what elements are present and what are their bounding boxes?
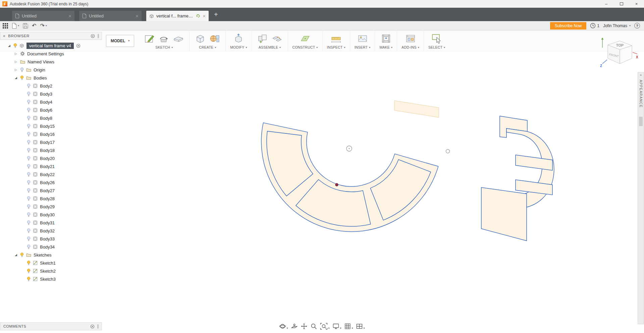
expanded-triangle-icon[interactable]: ◢: [14, 253, 18, 257]
panel-drag-handle[interactable]: [98, 34, 99, 38]
close-button[interactable]: ×: [629, 0, 644, 8]
tree-body-row[interactable]: Body26: [0, 178, 102, 186]
expanded-triangle-icon[interactable]: ◢: [7, 44, 11, 47]
browser-root-row[interactable]: ◢vertical farm frame v4: [0, 42, 102, 50]
circle-mark[interactable]: [446, 150, 450, 153]
tree-body-row[interactable]: Body8: [0, 114, 102, 122]
undo-icon: ↶: [32, 23, 36, 29]
body-icon: [33, 236, 38, 241]
tree-body-row[interactable]: Body27: [0, 186, 102, 195]
zoom-button[interactable]: [310, 323, 317, 330]
tree-item-label: Sketch1: [40, 261, 56, 266]
pan-button[interactable]: [301, 323, 307, 330]
tree-sketch-row[interactable]: Sketch3: [0, 275, 102, 283]
tree-body-row[interactable]: Body3: [0, 90, 102, 98]
tree-body-row[interactable]: Body6: [0, 106, 102, 114]
undo-button[interactable]: ↶: [32, 23, 36, 29]
center-mark-dot[interactable]: [348, 148, 350, 149]
tree-body-row[interactable]: Body30: [0, 211, 102, 219]
tree-sketch-row[interactable]: Sketch1: [0, 259, 102, 267]
tree-body-row[interactable]: Body22: [0, 170, 102, 178]
tree-body-row[interactable]: Body15: [0, 122, 102, 130]
body-icon: [33, 228, 38, 233]
tree-folder-row[interactable]: ◢Bodies: [0, 74, 102, 82]
tree-body-row[interactable]: Body18: [0, 146, 102, 154]
tree-item-label: Body6: [40, 108, 52, 113]
body-icon: [33, 196, 38, 201]
collapse-panel-icon[interactable]: «: [3, 34, 5, 38]
tree-body-row[interactable]: Body32: [0, 227, 102, 235]
collapsed-triangle-icon[interactable]: ▷: [14, 52, 18, 55]
help-button[interactable]: ?: [634, 23, 640, 29]
maximize-button[interactable]: [614, 0, 629, 8]
file-menu-button[interactable]: ▾: [12, 23, 19, 29]
document-tab[interactable]: Untitled×: [12, 11, 74, 21]
appearance-palette-tab[interactable]: « APPEARANCE: [638, 72, 644, 324]
apps-grid-icon: [3, 23, 8, 29]
tree-folder-row[interactable]: ◢Sketches: [0, 251, 102, 259]
panel-drag-handle[interactable]: [97, 324, 99, 329]
root-name-box[interactable]: vertical farm frame v4: [26, 43, 74, 49]
tree-body-row[interactable]: Body33: [0, 235, 102, 243]
beam-strip[interactable]: [394, 101, 439, 117]
appearance-tab-label[interactable]: APPEARANCE: [639, 80, 643, 108]
tree-body-row[interactable]: Body20: [0, 154, 102, 162]
tree-body-row[interactable]: Body29: [0, 203, 102, 211]
body-icon: [33, 220, 38, 225]
tree-folder-row[interactable]: ▷Named Views: [0, 58, 102, 66]
apps-grid-button[interactable]: [3, 23, 8, 29]
new-tab-button[interactable]: +: [214, 11, 218, 18]
body-icon: [33, 156, 38, 161]
collapsed-triangle-icon[interactable]: ▷: [14, 68, 18, 71]
fit-button[interactable]: ▾: [320, 323, 329, 330]
document-tab[interactable]: Untitled×: [79, 11, 142, 21]
sketch-point[interactable]: [335, 183, 338, 186]
tree-body-row[interactable]: Body2: [0, 82, 102, 90]
look-at-button[interactable]: [291, 323, 298, 330]
bulb-on-icon: [27, 261, 31, 266]
tree-sketch-row[interactable]: Sketch2: [0, 267, 102, 275]
tab-doc-icon: [82, 13, 87, 18]
display-settings-button[interactable]: ▾: [332, 323, 341, 330]
comments-panel[interactable]: COMMENTS: [0, 322, 102, 330]
tree-body-row[interactable]: Body34: [0, 243, 102, 251]
comments-toggle-icon[interactable]: [90, 324, 95, 329]
tree-body-row[interactable]: Body17: [0, 138, 102, 146]
display-settings-icon: [332, 323, 339, 330]
view-cube[interactable]: TOP FRONT X Z: [598, 34, 640, 73]
tab-close-icon[interactable]: ×: [203, 13, 206, 18]
expand-panel-icon[interactable]: «: [640, 73, 642, 78]
save-button[interactable]: [23, 23, 28, 29]
ground-icon: [76, 44, 80, 48]
tree-folder-row[interactable]: ▷Document Settings: [0, 50, 102, 58]
body-icon: [33, 124, 38, 128]
body-icon: [33, 116, 38, 120]
browser-header[interactable]: « BROWSER: [0, 32, 102, 40]
right-bottom-plate[interactable]: [481, 187, 527, 241]
tree-folder-row[interactable]: ▷Origin: [0, 66, 102, 74]
grid-button[interactable]: ▾: [344, 323, 353, 330]
display-mode-icon[interactable]: [91, 34, 95, 38]
tree-body-row[interactable]: Body4: [0, 98, 102, 106]
scrollbar-thumb[interactable]: [639, 117, 643, 126]
collapsed-triangle-icon[interactable]: ▷: [14, 60, 18, 63]
tree-body-row[interactable]: Body28: [0, 195, 102, 203]
tree-body-row[interactable]: Body31: [0, 219, 102, 227]
tree-body-row[interactable]: Body16: [0, 130, 102, 138]
subscribe-button[interactable]: Subscribe Now: [550, 22, 587, 30]
tab-close-icon[interactable]: ×: [136, 13, 139, 18]
document-tab[interactable]: vertical f... frame v4*×: [146, 11, 209, 21]
tree-item-label: Body8: [40, 116, 52, 121]
expanded-triangle-icon[interactable]: ◢: [14, 76, 18, 79]
redo-button[interactable]: ↷▾: [40, 23, 47, 29]
user-menu[interactable]: Jofin Thomas ▾: [603, 23, 631, 28]
minimize-button[interactable]: –: [599, 0, 614, 8]
viewports-button[interactable]: ▾: [356, 323, 365, 330]
orbit-button[interactable]: ▾: [279, 323, 288, 330]
tree-body-row[interactable]: Body21: [0, 162, 102, 170]
tab-close-icon[interactable]: ×: [68, 13, 71, 18]
notifications-button[interactable]: 1: [590, 23, 599, 29]
y-axis-arrow: [601, 38, 604, 40]
tree-item-label: Body33: [40, 236, 55, 241]
body-icon: [33, 172, 38, 177]
